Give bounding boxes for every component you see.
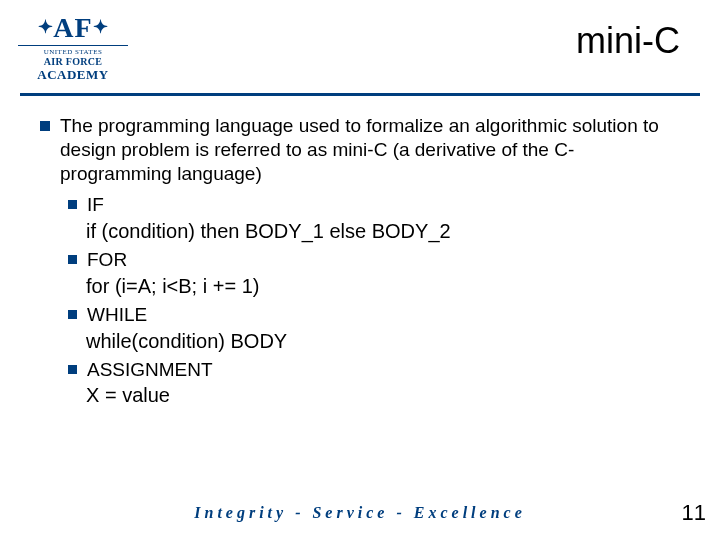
sub-body: X = value xyxy=(68,383,686,408)
square-bullet-icon xyxy=(68,365,77,374)
usafa-logo: ✦ AF ✦ UNITED STATES AIR FORCE ACADEMY xyxy=(18,14,128,83)
sub-body: for (i=A; i<B; i += 1) xyxy=(68,274,686,299)
logo-af-text: AF xyxy=(53,12,92,43)
footer-motto: Integrity - Service - Excellence xyxy=(0,504,720,522)
square-bullet-icon xyxy=(68,200,77,209)
slide-title: mini-C xyxy=(576,20,680,62)
page-number: 11 xyxy=(682,500,706,526)
sub-bullet: WHILE xyxy=(68,303,686,327)
sub-body: while(condition) BODY xyxy=(68,329,686,354)
sub-head: ASSIGNMENT xyxy=(87,358,213,382)
sub-head: FOR xyxy=(87,248,127,272)
wing-left-icon: ✦ xyxy=(37,18,53,36)
sub-body: if (condition) then BODY_1 else BODY_2 xyxy=(68,219,686,244)
main-bullet: The programming language used to formali… xyxy=(40,114,686,185)
logo-line-1: UNITED STATES xyxy=(44,48,103,56)
wing-right-icon: ✦ xyxy=(93,18,109,36)
logo-line-2: AIR FORCE xyxy=(44,56,103,67)
square-bullet-icon xyxy=(68,255,77,264)
slide-body: The programming language used to formali… xyxy=(0,96,720,408)
logo-divider xyxy=(18,45,128,46)
main-bullet-text: The programming language used to formali… xyxy=(60,114,686,185)
square-bullet-icon xyxy=(68,310,77,319)
sub-head: IF xyxy=(87,193,104,217)
sub-head: WHILE xyxy=(87,303,147,327)
logo-line-3: ACADEMY xyxy=(37,67,108,83)
sub-bullet: FOR xyxy=(68,248,686,272)
square-bullet-icon xyxy=(40,121,50,131)
sub-bullet: ASSIGNMENT xyxy=(68,358,686,382)
sub-bullet: IF xyxy=(68,193,686,217)
logo-monogram: ✦ AF ✦ xyxy=(53,14,92,42)
